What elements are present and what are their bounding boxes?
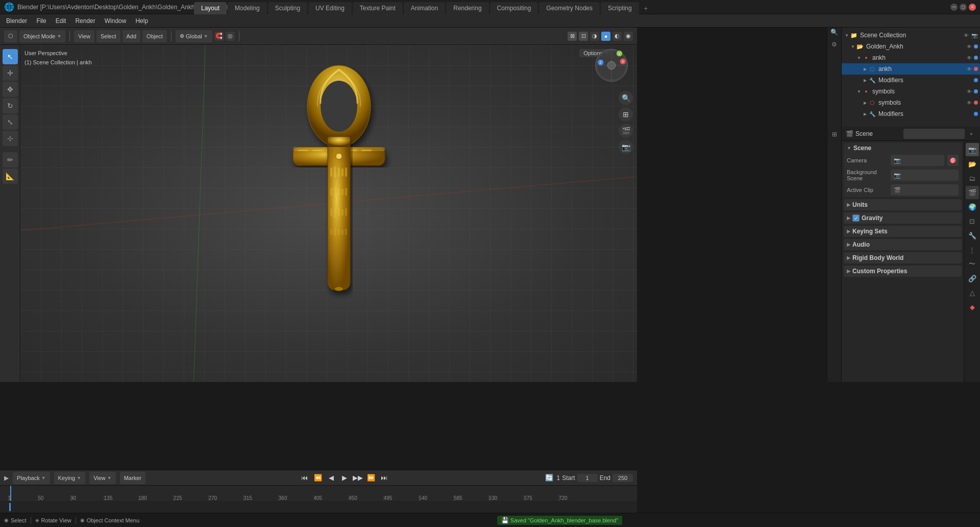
- tab-layout[interactable]: Layout: [194, 2, 227, 14]
- object-menu-button[interactable]: Object: [142, 30, 167, 42]
- golden-ankh-eye[interactable]: 👁: [966, 43, 973, 50]
- jump-back-button[interactable]: ⏪: [312, 472, 324, 484]
- tab-modeling[interactable]: Modeling: [228, 2, 267, 14]
- prop-icon-output[interactable]: 📂: [966, 157, 979, 171]
- jump-start-button[interactable]: ⏮: [299, 472, 310, 484]
- nav-gizmo-circle[interactable]: X Y Z: [595, 49, 628, 82]
- keying-menu-button[interactable]: Keying ▼: [54, 472, 86, 484]
- object-mode-dropdown[interactable]: Object Mode ▼: [19, 30, 65, 42]
- menu-render[interactable]: Render: [71, 16, 99, 26]
- tool-select[interactable]: ↖: [3, 49, 18, 64]
- symbols-group-eye[interactable]: 👁: [966, 88, 973, 95]
- loop-icon[interactable]: 🔄: [544, 472, 555, 484]
- tab-sculpting[interactable]: Sculpting: [268, 2, 307, 14]
- timeline-ruler[interactable]: 1 50 90 135 180 225 270 315 360 405 450 …: [0, 486, 637, 501]
- prop-icon-render[interactable]: 📷: [966, 143, 979, 156]
- viewport-navigation-gizmo[interactable]: X Y Z: [591, 49, 632, 90]
- prop-icon-scene[interactable]: 🎬: [966, 186, 979, 199]
- prop-section-gravity-header[interactable]: ▶ ✓ Gravity: [844, 212, 962, 224]
- timeline-track[interactable]: [0, 501, 637, 513]
- active-clip-value[interactable]: 🎬: [891, 184, 959, 196]
- jump-end-button[interactable]: ⏭: [379, 472, 390, 484]
- timeline-type-icon[interactable]: ▶: [4, 474, 9, 482]
- proportional-edit-toggle[interactable]: ◎: [226, 32, 235, 41]
- menu-edit[interactable]: Edit: [52, 16, 70, 26]
- properties-search-input[interactable]: [903, 129, 965, 139]
- viewport-type-button[interactable]: ⬡: [4, 30, 17, 42]
- zoom-in-button[interactable]: 🔍: [619, 91, 633, 105]
- camera-value[interactable]: 📷: [891, 155, 944, 166]
- camera-view-button[interactable]: 🎬: [619, 124, 633, 138]
- ankh-obj-eye[interactable]: 👁: [966, 65, 973, 73]
- outliner-item-ankh-group[interactable]: ▼ ● ankh 👁: [842, 52, 980, 63]
- local-view-button[interactable]: 📷: [619, 140, 633, 154]
- prop-icon-view-layer[interactable]: 🗂: [966, 172, 979, 185]
- prop-section-rigid-body-world-header[interactable]: ▶ Rigid Body World: [844, 252, 962, 264]
- viewport-shading-rendered[interactable]: ◉: [624, 32, 633, 41]
- tool-scale[interactable]: ⤡: [3, 114, 18, 130]
- prop-icon-data[interactable]: △: [966, 286, 979, 299]
- frame-end-input[interactable]: [612, 474, 633, 482]
- tool-transform[interactable]: ⊹: [3, 131, 18, 146]
- viewport-3d[interactable]: User Perspective (1) Scene Collection | …: [20, 45, 637, 382]
- maximize-button[interactable]: □: [960, 4, 967, 11]
- tool-rotate[interactable]: ↻: [3, 98, 18, 113]
- prop-icon-world[interactable]: 🌍: [966, 200, 979, 213]
- menu-file[interactable]: File: [32, 16, 50, 26]
- outliner-search-icon[interactable]: 🔍: [829, 27, 840, 38]
- outliner-item-golden-ankh[interactable]: ▼ 📂 Golden_Ankh 👁: [842, 41, 980, 52]
- tab-animation[interactable]: Animation: [404, 2, 445, 14]
- vis-eye[interactable]: 👁: [963, 32, 970, 39]
- prop-icon-physics[interactable]: 〜: [966, 257, 979, 271]
- show-gizmos-toggle[interactable]: ⊠: [568, 32, 577, 41]
- tool-measure[interactable]: 📐: [3, 169, 18, 184]
- prop-section-units-header[interactable]: ▶ Units: [844, 199, 962, 210]
- gravity-checkbox[interactable]: ✓: [852, 214, 860, 222]
- tool-cursor[interactable]: ✛: [3, 65, 18, 81]
- camera-select-button[interactable]: 🎯: [947, 155, 959, 166]
- prop-icon-particles[interactable]: ⋮: [966, 243, 979, 256]
- outliner-item-scene-collection[interactable]: ▼ 📁 Scene Collection 👁 📷: [842, 30, 980, 41]
- play-button[interactable]: ▶: [339, 472, 350, 484]
- prev-frame-button[interactable]: ◀: [326, 472, 337, 484]
- prop-subsection-scene-header[interactable]: ▼ Scene: [844, 143, 962, 153]
- prop-icon-constraints[interactable]: 🔗: [966, 272, 979, 285]
- viewport-canvas[interactable]: User Perspective (1) Scene Collection | …: [20, 45, 637, 382]
- show-overlays-toggle[interactable]: ⊡: [579, 32, 588, 41]
- snapping-toggle[interactable]: 🧲: [214, 32, 224, 41]
- marker-menu-button[interactable]: Marker: [120, 472, 145, 484]
- menu-help[interactable]: Help: [131, 16, 152, 26]
- viewport-shading-solid[interactable]: ●: [601, 32, 610, 41]
- prop-icon-material[interactable]: ◆: [966, 300, 979, 314]
- outliner-item-modifiers-2[interactable]: ▶ 🔧 Modifiers: [842, 108, 980, 119]
- timeline-view-menu-button[interactable]: View ▼: [89, 472, 116, 484]
- viewport-shading-material[interactable]: ◐: [612, 32, 622, 41]
- properties-new-button[interactable]: +: [967, 129, 976, 138]
- prop-section-keying-sets-header[interactable]: ▶ Keying Sets: [844, 226, 962, 237]
- tab-geometry-nodes[interactable]: Geometry Nodes: [539, 2, 600, 14]
- tab-compositing[interactable]: Compositing: [490, 2, 538, 14]
- outliner-item-ankh-obj[interactable]: ▶ ⬡ ankh 👁: [842, 63, 980, 75]
- tab-uv-editing[interactable]: UV Editing: [308, 2, 352, 14]
- vis-render[interactable]: 📷: [971, 32, 978, 39]
- frame-start-input[interactable]: [577, 474, 598, 482]
- tab-scripting[interactable]: Scripting: [601, 2, 639, 14]
- symbols-obj-eye[interactable]: 👁: [966, 99, 973, 106]
- tab-rendering[interactable]: Rendering: [446, 2, 488, 14]
- background-scene-value[interactable]: 📷: [891, 170, 959, 181]
- tool-annotate[interactable]: ✏: [3, 152, 18, 167]
- menu-window[interactable]: Window: [101, 16, 131, 26]
- outliner-item-symbols-obj[interactable]: ▶ ⬡ symbols 👁: [842, 97, 980, 108]
- xray-toggle[interactable]: ◑: [590, 32, 599, 41]
- zoom-fit-button[interactable]: ⊞: [619, 107, 633, 122]
- transform-global-dropdown[interactable]: ⊕ Global ▼: [176, 30, 212, 42]
- prop-section-custom-properties-header[interactable]: ▶ Custom Properties: [844, 266, 962, 277]
- outliner-settings-icon[interactable]: ⚙: [829, 39, 840, 50]
- ankh-group-eye[interactable]: 👁: [966, 54, 973, 61]
- menu-blender[interactable]: Blender: [2, 16, 31, 26]
- close-button[interactable]: ✕: [969, 4, 976, 11]
- view-menu-button[interactable]: View: [74, 30, 94, 42]
- select-menu-button[interactable]: Select: [96, 30, 120, 42]
- prop-icon-modifiers[interactable]: 🔧: [966, 229, 979, 242]
- tab-texture-paint[interactable]: Texture Paint: [353, 2, 403, 14]
